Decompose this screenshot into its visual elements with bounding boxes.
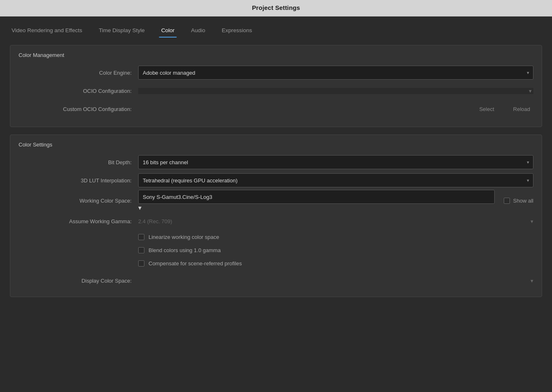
bit-depth-select[interactable]: 8 bits per channel 16 bits per channel 3… <box>138 155 533 169</box>
assume-gamma-control: 2.4 (Rec. 709) ▾ <box>138 218 533 224</box>
compensate-checkbox[interactable] <box>138 260 144 267</box>
tab-color[interactable]: Color <box>153 25 183 38</box>
tab-time-display[interactable]: Time Display Style <box>90 25 153 38</box>
custom-ocio-row: Custom OCIO Configuration: Select Reload <box>19 101 533 117</box>
color-management-section: Color Management Color Engine: Adobe col… <box>10 45 542 127</box>
compensate-row: Compensate for scene-referred profiles <box>138 257 533 269</box>
reload-button[interactable]: Reload <box>510 104 533 114</box>
lut-interpolation-control: Tetrahedral (requires GPU acceleration) … <box>138 173 533 187</box>
display-color-space-label: Display Color Space: <box>19 278 138 284</box>
bit-depth-label: Bit Depth: <box>19 159 138 165</box>
working-color-space-select[interactable]: Sony S-Gamut3.Cine/S-Log3 <box>138 190 495 204</box>
tab-expressions[interactable]: Expressions <box>213 25 260 38</box>
ocio-config-control: ▾ <box>138 88 533 94</box>
custom-ocio-label: Custom OCIO Configuration: <box>19 106 138 112</box>
ocio-chevron-icon: ▾ <box>529 88 532 94</box>
color-engine-select-wrapper: Adobe color managed None ▾ <box>138 66 533 80</box>
display-cs-chevron-icon: ▾ <box>531 278 533 284</box>
color-engine-control: Adobe color managed None ▾ <box>138 66 533 80</box>
lut-interpolation-row: 3D LUT Interpolation: Tetrahedral (requi… <box>19 172 533 188</box>
compensate-label: Compensate for scene-referred profiles <box>149 260 242 267</box>
color-engine-row: Color Engine: Adobe color managed None ▾ <box>19 65 533 80</box>
assume-gamma-label: Assume Working Gamma: <box>19 218 138 224</box>
lut-interpolation-label: 3D LUT Interpolation: <box>19 177 138 184</box>
working-color-space-select-wrapper: Sony S-Gamut3.Cine/S-Log3 ▾ <box>138 190 495 212</box>
display-color-space-row: Display Color Space: ▾ <box>19 273 533 288</box>
lut-interpolation-select[interactable]: Tetrahedral (requires GPU acceleration) … <box>138 173 533 187</box>
working-color-space-row: Working Color Space: Sony S-Gamut3.Cine/… <box>19 190 533 212</box>
working-color-space-controls: Sony S-Gamut3.Cine/S-Log3 ▾ Show all <box>138 190 533 212</box>
bit-depth-control: 8 bits per channel 16 bits per channel 3… <box>138 155 533 169</box>
blend-gamma-row: Blend colors using 1.0 gamma <box>138 244 533 256</box>
show-all-checkbox[interactable] <box>504 198 510 204</box>
select-button[interactable]: Select <box>476 104 498 114</box>
color-management-title: Color Management <box>19 52 533 58</box>
linearize-checkbox[interactable] <box>138 234 144 240</box>
bit-depth-select-wrapper: 8 bits per channel 16 bits per channel 3… <box>138 155 533 169</box>
ocio-config-label: OCIO Configuration: <box>19 88 138 94</box>
show-all-wrapper: Show all <box>504 198 533 204</box>
blend-gamma-checkbox[interactable] <box>138 247 144 253</box>
dialog-title: Project Settings <box>0 4 552 11</box>
blend-gamma-label: Blend colors using 1.0 gamma <box>149 247 221 253</box>
color-engine-select[interactable]: Adobe color managed None <box>138 66 533 80</box>
assume-gamma-row: Assume Working Gamma: 2.4 (Rec. 709) ▾ <box>19 213 533 229</box>
color-settings-section: Color Settings Bit Depth: 8 bits per cha… <box>10 135 542 297</box>
assume-gamma-chevron-icon: ▾ <box>531 218 533 224</box>
tab-audio[interactable]: Audio <box>183 25 214 38</box>
main-container: Video Rendering and Effects Time Display… <box>0 17 552 313</box>
color-settings-title: Color Settings <box>19 142 533 148</box>
linearize-label: Linearize working color space <box>149 234 219 240</box>
linearize-row: Linearize working color space <box>138 231 533 243</box>
working-color-space-label: Working Color Space: <box>19 198 138 204</box>
custom-ocio-control: Select Reload <box>138 104 533 114</box>
tab-video-rendering[interactable]: Video Rendering and Effects <box>10 25 90 38</box>
assume-gamma-value: 2.4 (Rec. 709) <box>138 218 172 224</box>
bit-depth-row: Bit Depth: 8 bits per channel 16 bits pe… <box>19 154 533 170</box>
title-bar: Project Settings <box>0 0 552 17</box>
ocio-config-disabled: ▾ <box>138 88 533 94</box>
ocio-config-row: OCIO Configuration: ▾ <box>19 83 533 99</box>
display-color-space-right: ▾ <box>138 278 533 284</box>
working-cs-chevron-icon: ▾ <box>138 204 142 211</box>
show-all-label: Show all <box>513 198 533 204</box>
tabs-bar: Video Rendering and Effects Time Display… <box>10 25 542 38</box>
lut-interpolation-select-wrapper: Tetrahedral (requires GPU acceleration) … <box>138 173 533 187</box>
color-engine-label: Color Engine: <box>19 70 138 76</box>
